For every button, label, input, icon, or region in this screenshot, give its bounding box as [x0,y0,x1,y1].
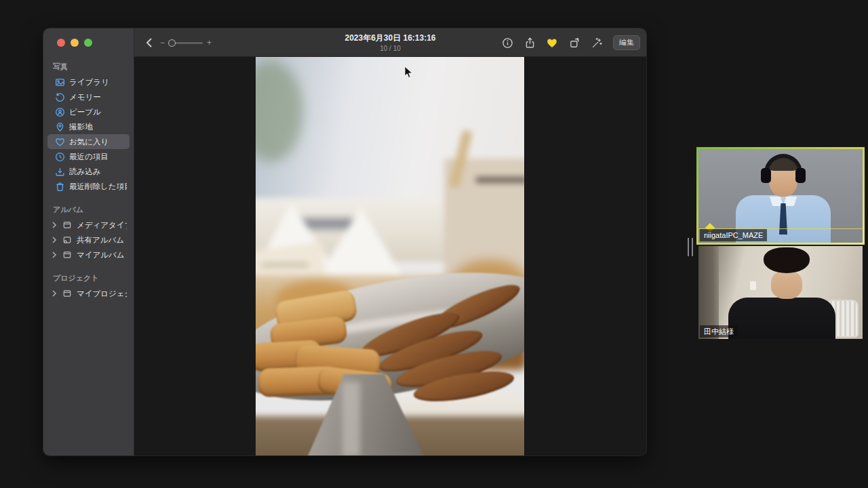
photo-cookies-on-cake-stand [256,57,524,455]
video-panel-drag-handle[interactable] [688,238,693,256]
chevron-right-icon[interactable] [52,237,58,243]
sidebar-item-media-types[interactable]: メディアタイプ [47,218,130,232]
minimize-window-button[interactable] [71,39,79,47]
sidebar-item-label: ピープル [69,107,101,117]
sidebar-section-projects: プロジェクト [53,273,124,283]
favorites-heart-icon [54,136,65,147]
sidebar-item-memories[interactable]: メモリー [47,89,130,104]
photo-counter: 10 / 10 [344,45,435,52]
sidebar-item-recently-deleted[interactable]: 最近削除した項目 [47,179,130,194]
photos-app-window: 写真 ライブラリ メモリー ピープル 撮影地 [43,28,646,455]
sidebar-section-photos: 写真 [53,62,124,72]
sidebar-item-my-projects[interactable]: マイプロジェクト [47,286,130,301]
close-window-button[interactable] [57,39,65,47]
window-controls [57,39,134,47]
sidebar-item-my-albums[interactable]: マイアルバム [47,247,130,262]
favorite-heart-button[interactable] [546,37,558,49]
participant-shirt [728,298,835,339]
photo-foreground [256,57,524,455]
back-button[interactable] [143,37,155,49]
photos-library-icon [54,77,65,87]
zoom-out-button[interactable]: − [160,39,165,47]
sidebar-item-people[interactable]: ピープル [47,104,130,119]
sidebar-item-library[interactable]: ライブラリ [47,75,130,89]
album-icon [62,249,73,260]
participant-video[interactable]: 田中結様 [698,246,863,339]
sidebar-item-label: 最近削除した項目 [69,182,127,192]
auto-enhance-wand-button[interactable] [591,37,603,49]
imports-tray-icon [54,166,65,177]
sidebar-item-label: マイアルバム [77,250,125,260]
participant-face [771,270,802,299]
sidebar-item-label: お気に入り [69,137,108,147]
zoom-in-button[interactable]: + [207,39,212,47]
recents-clock-icon [54,151,65,162]
participant-video-frame: niigataIPC_MAZE [698,149,863,243]
toolbar-actions: 編集 [501,28,640,57]
sidebar: 写真 ライブラリ メモリー ピープル 撮影地 [43,28,134,455]
people-icon [54,106,65,117]
wall-outlet [750,281,756,290]
participant-video-active-speaker[interactable]: niigataIPC_MAZE [696,147,865,245]
photo-title: 2023年6月30日 16:13:16 10 / 10 [344,33,435,52]
share-button[interactable] [524,37,536,49]
participant-name-label: niigataIPC_MAZE [700,229,767,241]
trash-icon [54,181,65,192]
edit-button[interactable]: 編集 [613,35,640,49]
info-button[interactable] [501,37,513,49]
sidebar-item-label: 最近の項目 [69,152,108,162]
memories-icon [54,92,65,102]
sidebar-item-recents[interactable]: 最近の項目 [47,149,130,164]
album-icon [62,288,73,299]
toolbar: − + 2023年6月30日 16:13:16 10 / 10 [134,28,646,57]
sidebar-item-label: メディアタイプ [77,220,127,230]
chevron-right-icon[interactable] [52,251,58,258]
sidebar-item-places[interactable]: 撮影地 [47,119,130,134]
zoom-slider[interactable] [169,42,203,44]
photo-date-title: 2023年6月30日 16:13:16 [344,33,435,44]
sidebar-item-label: 読み込み [69,167,101,177]
sidebar-item-label: 共有アルバム [77,235,124,245]
zoom-slider-knob[interactable] [168,39,176,47]
sidebar-item-label: 撮影地 [69,122,93,132]
chevron-right-icon[interactable] [52,222,58,228]
sidebar-section-albums: アルバム [53,205,124,215]
sidebar-item-shared-albums[interactable]: 共有アルバム [47,232,130,247]
mouse-cursor [404,66,413,81]
sidebar-item-label: メモリー [69,92,101,102]
sidebar-item-label: マイプロジェクト [77,289,127,299]
participant-hair [764,247,810,273]
fullscreen-window-button[interactable] [84,39,92,47]
shared-album-icon [62,235,73,245]
participant-name-label: 田中結様 [700,325,738,338]
chevron-right-icon[interactable] [52,290,58,297]
album-icon [62,220,73,230]
sidebar-item-label: ライブラリ [69,77,109,87]
rotate-button[interactable] [568,37,580,49]
zoom-control: − + [160,28,212,57]
sidebar-item-favorites[interactable]: お気に入り [47,134,130,149]
photo-viewer-content [134,57,646,455]
sidebar-item-imports[interactable]: 読み込み [47,164,130,179]
places-pin-icon [54,121,65,132]
